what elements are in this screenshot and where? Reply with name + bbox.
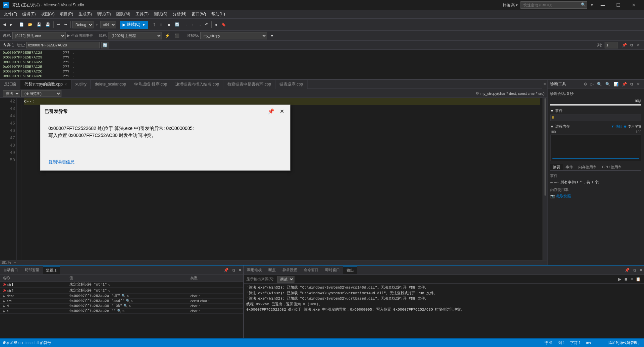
refresh-icon-dest[interactable]: ↻ bbox=[127, 294, 129, 298]
tab-summary[interactable]: 摘要 bbox=[550, 164, 563, 170]
pin-button[interactable]: 📌 bbox=[621, 43, 628, 47]
output-close-btn[interactable]: ✕ bbox=[638, 268, 644, 273]
continue-button[interactable]: ▶ 继续(C) ▼ bbox=[120, 21, 149, 29]
tab-memory-rate[interactable]: 内存使用率 bbox=[576, 164, 599, 170]
diag-forward-btn[interactable]: ▷ bbox=[589, 82, 595, 86]
editor-h-scrollbar[interactable]: 191 % - + bbox=[0, 260, 547, 265]
back-button[interactable]: ◀ bbox=[1, 21, 7, 29]
undock-button[interactable]: ⧉ bbox=[629, 43, 635, 47]
diag-zoom-out-btn[interactable]: 🔍 bbox=[604, 82, 612, 86]
redo-button[interactable]: ↪ bbox=[62, 21, 69, 29]
thread-dropdown[interactable]: [12028] 主线程 bbox=[109, 32, 162, 39]
addr-input[interactable] bbox=[26, 42, 100, 48]
menu-tools[interactable]: 工具(T) bbox=[133, 10, 151, 18]
diag-undock-btn[interactable]: ⧉ bbox=[629, 82, 635, 86]
menu-window[interactable]: 窗口(W) bbox=[189, 10, 209, 18]
stack-dropdown[interactable]: my_strcpy bbox=[200, 32, 267, 39]
config-dropdown[interactable]: Debug bbox=[72, 21, 93, 28]
tab-insert-node[interactable]: 递增链表内插入结点.cpp bbox=[171, 80, 223, 89]
expand-icon-s[interactable]: ▶ bbox=[3, 309, 5, 313]
tab-delete-scalar[interactable]: delete_scalar.cpp bbox=[91, 80, 130, 89]
menu-edit[interactable]: 编辑(E) bbox=[20, 10, 38, 18]
tab-check-cycle[interactable]: 检查链表中是否有环.cpp bbox=[223, 80, 275, 89]
refresh-icon-str2[interactable]: ↻ bbox=[108, 289, 110, 293]
refresh-icon-s[interactable]: ↻ bbox=[123, 309, 125, 313]
pause-button[interactable]: ⏸ bbox=[158, 21, 165, 29]
step-over-btn2[interactable]: ↓ bbox=[197, 21, 203, 29]
bookmark-button[interactable]: 🔖 bbox=[220, 21, 228, 29]
tab-grades[interactable]: 学号成绩 排序.cpp bbox=[130, 80, 171, 89]
mag-icon-s[interactable]: 🔍 bbox=[117, 309, 121, 313]
menu-file[interactable]: 文件(F) bbox=[1, 10, 20, 18]
process-dropdown[interactable]: [9472] 算法.exe bbox=[12, 32, 66, 39]
new-project-button[interactable]: 📄 bbox=[18, 21, 26, 29]
watch-pin-btn[interactable]: 📌 bbox=[222, 268, 230, 273]
diag-settings-btn[interactable]: ⚙ bbox=[582, 82, 589, 86]
menu-test[interactable]: 测试(S) bbox=[151, 10, 170, 18]
snapshot-btn-label[interactable]: 截取快照 bbox=[556, 194, 571, 199]
refresh-icon-d[interactable]: ↻ bbox=[129, 304, 131, 308]
output-icon-btn-3[interactable]: ≡ bbox=[630, 277, 634, 282]
menu-build[interactable]: 生成(B) bbox=[76, 10, 94, 18]
tab-reverse[interactable]: 链表逆序.cpp bbox=[275, 80, 307, 89]
step-out-button[interactable]: ← bbox=[190, 21, 197, 29]
menu-debug[interactable]: 调试(D) bbox=[94, 10, 114, 18]
col-input[interactable] bbox=[605, 42, 618, 48]
diag-timeline-bar[interactable] bbox=[550, 104, 641, 106]
watch-undock-btn[interactable]: ⧉ bbox=[231, 268, 236, 273]
project-selector[interactable]: 算法 bbox=[3, 90, 20, 97]
tab-exception-settings[interactable]: 异常设置 bbox=[279, 266, 300, 274]
tab-strcpy[interactable]: 代替strcpy的函数.cpp × bbox=[20, 80, 71, 89]
copy-details-link[interactable]: 复制详细信息 bbox=[48, 159, 74, 165]
stack-btn[interactable]: ▼ bbox=[268, 32, 275, 40]
tab-callstack[interactable]: 调用堆栈 bbox=[244, 266, 265, 274]
event-input[interactable] bbox=[551, 115, 634, 121]
platform-dropdown[interactable]: x64 bbox=[100, 21, 116, 28]
tab-events[interactable]: 事件 bbox=[563, 164, 576, 170]
menu-analyze[interactable]: 分析(N) bbox=[170, 10, 189, 18]
exception-pin-button[interactable]: 📌 bbox=[266, 108, 276, 115]
tab-immediate[interactable]: 即时窗口 bbox=[322, 266, 343, 274]
close-button[interactable]: ✕ bbox=[626, 0, 641, 10]
add-source-control-btn[interactable]: 添加到源代码管理。 bbox=[608, 340, 641, 345]
refresh-icon-str1[interactable]: ↻ bbox=[108, 283, 110, 287]
tab-cpu-rate[interactable]: CPU 使用率 bbox=[599, 164, 624, 170]
mag-icon-d[interactable]: 🔍 bbox=[124, 304, 128, 308]
breakpoint-button[interactable]: ● bbox=[213, 21, 219, 29]
output-icon-btn-2[interactable]: ⏹ bbox=[623, 277, 629, 282]
output-source-select[interactable]: 调试 bbox=[277, 276, 294, 283]
step-into-button[interactable]: → bbox=[182, 21, 189, 29]
tab-output[interactable]: 输出 bbox=[343, 266, 357, 274]
tab-auto-window[interactable]: 自动窗口 bbox=[0, 266, 21, 274]
filter-button[interactable]: ⚡ bbox=[163, 32, 172, 40]
save-all-button[interactable]: 💾 bbox=[44, 21, 52, 29]
save-button[interactable]: 💾 bbox=[35, 21, 43, 29]
open-button[interactable]: 📂 bbox=[26, 21, 34, 29]
tab-xutility[interactable]: xutility bbox=[71, 80, 91, 89]
watch-close-btn[interactable]: ✕ bbox=[237, 268, 243, 273]
zoom-plus-btn[interactable]: + bbox=[13, 261, 17, 265]
step-back-button[interactable]: ↶ bbox=[203, 21, 210, 29]
tab-locals[interactable]: 局部变量 bbox=[21, 266, 43, 274]
tab-command-window[interactable]: 命令窗口 bbox=[300, 266, 322, 274]
menu-help[interactable]: 帮助(H) bbox=[209, 10, 228, 18]
addr-refresh-btn[interactable]: 🔄 bbox=[101, 42, 109, 48]
quick-launch-input[interactable] bbox=[520, 1, 587, 9]
tab-watch1[interactable]: 监视 1 bbox=[43, 266, 60, 274]
mag-icon-dest[interactable]: 🔍 bbox=[122, 294, 126, 298]
tab-disassembly[interactable]: 反汇编 bbox=[0, 80, 20, 89]
minimize-button[interactable]: — bbox=[595, 0, 611, 10]
restore-button[interactable]: ❐ bbox=[611, 0, 626, 10]
expand-icon-dest[interactable]: ▶ bbox=[3, 294, 5, 298]
tab-breakpoints[interactable]: 断点 bbox=[265, 266, 279, 274]
menu-view[interactable]: 视图(V) bbox=[38, 10, 57, 18]
refresh-icon-src[interactable]: ↻ bbox=[131, 299, 133, 303]
diag-zoom-in-btn[interactable]: 🔍 bbox=[596, 82, 603, 86]
diag-pin-btn[interactable]: 📌 bbox=[621, 82, 628, 86]
restart-button[interactable]: 🔄 bbox=[173, 21, 181, 29]
stop-button[interactable]: ⏹ bbox=[166, 21, 173, 29]
editor-scrollbar[interactable] bbox=[543, 98, 547, 260]
mag-icon-src[interactable]: 🔍 bbox=[126, 299, 130, 303]
close-panel-button[interactable]: ✕ bbox=[635, 43, 641, 47]
diag-chart-btn[interactable]: 📊 bbox=[612, 82, 620, 86]
